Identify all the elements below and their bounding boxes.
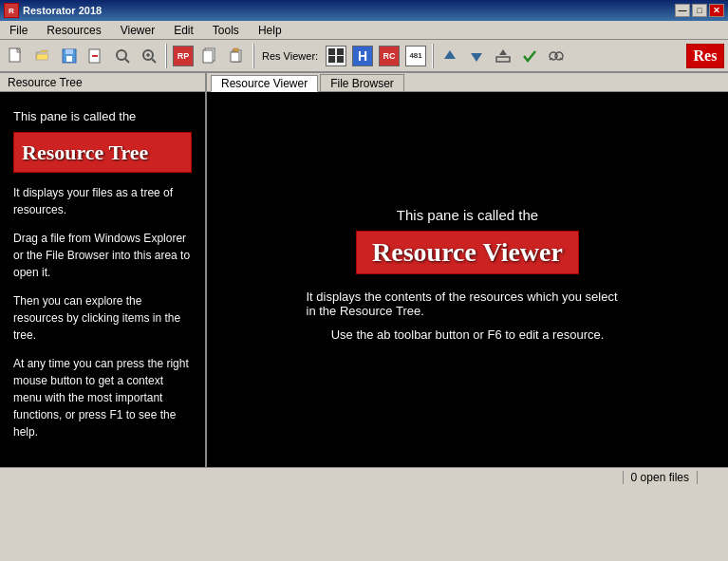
right-para-2: Use the ab toolbar button or F6 to edit … [331, 327, 605, 342]
left-intro-text: This pane is called the [13, 107, 192, 126]
right-para-1: It displays the contents of the resource… [307, 290, 629, 318]
app-logo: Res [686, 44, 724, 68]
svg-rect-3 [65, 49, 73, 54]
separator-1 [165, 44, 167, 68]
arrow-down-button[interactable] [464, 44, 489, 68]
resource-tree-panel: Resource Tree This pane is called the Re… [0, 73, 207, 467]
minimize-button[interactable]: — [675, 4, 690, 17]
res-viewer-label: Res Viewer: [258, 50, 322, 62]
svg-rect-16 [233, 48, 238, 52]
left-para-1: It displays your files as a tree of reso… [13, 184, 192, 218]
tabs-row: Resource Viewer File Browser [207, 73, 728, 92]
grid-view-button[interactable] [324, 44, 348, 68]
rp-button[interactable]: RP [171, 44, 196, 68]
tab-file-browser[interactable]: File Browser [320, 74, 404, 91]
tab-resource-viewer[interactable]: Resource Viewer [211, 75, 318, 92]
resource-tree-header: Resource Tree [0, 73, 205, 92]
rc-button[interactable]: RC [377, 44, 401, 68]
save-button[interactable] [57, 44, 82, 68]
left-banner: Resource Tree [13, 132, 192, 173]
search-button[interactable] [544, 44, 569, 68]
menu-tools[interactable]: Tools [207, 22, 245, 39]
resource-tree-content: This pane is called the Resource Tree It… [0, 92, 205, 467]
new-button[interactable] [4, 44, 28, 68]
check-button[interactable] [517, 44, 542, 68]
menu-bar: File Resources Viewer Edit Tools Help [0, 21, 728, 40]
svg-marker-19 [471, 53, 482, 62]
title-bar: R Restorator 2018 — □ ✕ [0, 0, 728, 21]
svg-rect-17 [231, 52, 239, 62]
svg-rect-0 [9, 48, 20, 62]
svg-rect-14 [203, 50, 213, 63]
close-file-button[interactable] [84, 44, 108, 68]
svg-rect-20 [496, 57, 510, 62]
maximize-button[interactable]: □ [692, 4, 707, 17]
separator-3 [432, 44, 434, 68]
right-banner: Resource Viewer [356, 231, 579, 274]
left-para-2: Drag a file from Windows Explorer or the… [13, 230, 192, 281]
export-button[interactable] [491, 44, 515, 68]
svg-rect-4 [66, 56, 72, 62]
svg-line-10 [152, 59, 156, 63]
close-button[interactable]: ✕ [709, 4, 724, 17]
main-panels: Resource Tree This pane is called the Re… [0, 72, 728, 467]
toolbar: RP Res Viewer: H RC 481 [0, 40, 728, 72]
menu-file[interactable]: File [4, 22, 33, 39]
svg-line-8 [125, 59, 129, 63]
status-bar: 0 open files [0, 467, 728, 488]
hex-button[interactable]: H [350, 44, 375, 68]
svg-marker-21 [499, 49, 507, 55]
menu-edit[interactable]: Edit [168, 22, 199, 39]
status-divider-2 [697, 471, 698, 484]
arrow-up-button[interactable] [438, 44, 462, 68]
app-title: Restorator 2018 [23, 5, 102, 16]
menu-resources[interactable]: Resources [41, 22, 106, 39]
svg-marker-18 [444, 50, 456, 59]
left-para-4: At any time you can press the right mous… [13, 355, 192, 440]
open-button[interactable] [30, 44, 55, 68]
menu-viewer[interactable]: Viewer [115, 22, 160, 39]
find-button[interactable] [110, 44, 135, 68]
left-para-3: Then you can explore the resources by cl… [13, 292, 192, 344]
paste-button[interactable] [224, 44, 249, 68]
number-button[interactable]: 481 [403, 44, 428, 68]
copy-button[interactable] [197, 44, 222, 68]
svg-point-7 [117, 50, 126, 60]
app-icon: R [4, 3, 19, 18]
separator-2 [252, 44, 254, 68]
menu-help[interactable]: Help [252, 22, 288, 39]
right-panel: Resource Viewer File Browser This pane i… [207, 73, 728, 467]
zoom-button[interactable] [137, 44, 161, 68]
resource-viewer-content: This pane is called the Resource Viewer … [207, 92, 728, 467]
right-intro-text: This pane is called the [397, 207, 538, 223]
open-files-status: 0 open files [631, 471, 689, 484]
status-divider-1 [623, 471, 624, 484]
